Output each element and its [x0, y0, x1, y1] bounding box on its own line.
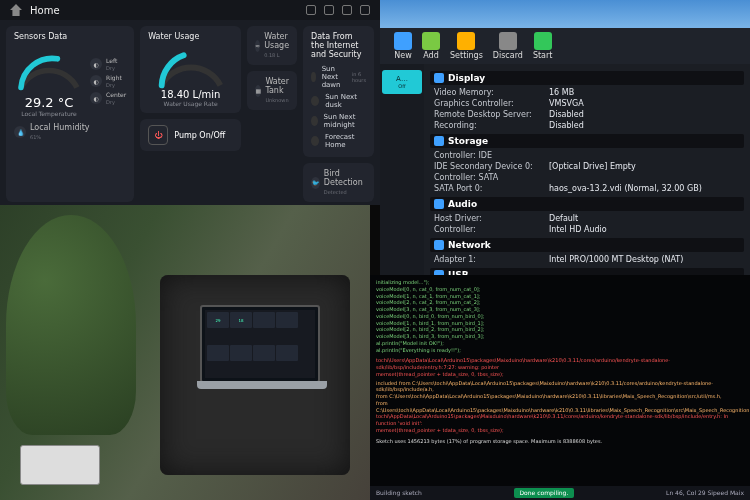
warning-line: memset(thread_pointer + tdata_size, 0, t…	[376, 371, 744, 378]
settings-icon	[457, 32, 475, 50]
sketch-size-line: Sketch uses 1456213 bytes (17%) of progr…	[376, 438, 744, 445]
include-line: from C:\Users\tochi\AppData\Local\Arduin…	[376, 400, 744, 414]
arduino-terminal[interactable]: initializing model..."); voiceModel[0, n…	[370, 275, 750, 500]
detail-row: Video Memory:16 MB	[430, 87, 744, 98]
code-line: voiceModel[1, n, cat_1, from_num_cat_1];	[376, 293, 744, 300]
detail-row: SATA Port 0:haos_ova-13.2.vdi (Normal, 3…	[430, 183, 744, 194]
section-audio[interactable]: Audio	[430, 197, 744, 211]
water-gauge	[151, 45, 231, 89]
code-line: voiceModel[0, n, bird_0, from_num_bird_0…	[376, 313, 744, 320]
temperature-label: Local Temperature	[14, 110, 84, 117]
list-item[interactable]: ◐CenterDry	[90, 91, 126, 105]
forecast-row[interactable]: Forecast Home	[311, 131, 366, 151]
toolbar: New Add Settings Discard Start	[380, 28, 750, 64]
humidity-row[interactable]: 💧Local Humidity61%	[14, 123, 126, 141]
vm-item-selected[interactable]: A…Off	[382, 70, 422, 94]
preview-area	[380, 0, 750, 28]
sensor-device	[20, 445, 100, 485]
sun-icon	[311, 96, 319, 106]
code-line: voiceModel[3, n, bird_3, from_num_bird_3…	[376, 333, 744, 340]
code-line: voiceModel[2, n, cat_2, from_num_cat_2];	[376, 299, 744, 306]
virtualbox-window: New Add Settings Discard Start A…Off Dis…	[380, 0, 750, 275]
laptop: 2918	[200, 305, 320, 383]
water-rate-value: 18.40 L/min	[148, 89, 233, 100]
storage-icon	[434, 136, 444, 146]
card-title: Data From the Internet and Security	[311, 32, 366, 59]
internet-card: Data From the Internet and Security Sun …	[303, 26, 374, 157]
code-line: al.println("Model init OK!");	[376, 340, 744, 347]
sun-row[interactable]: Sun Next dawnin 6 hours	[311, 63, 366, 91]
detail-row: Graphics Controller:VMSVGA	[430, 98, 744, 109]
hardware-photo: 2918	[0, 205, 370, 500]
plant	[6, 215, 136, 435]
list-item[interactable]: ◐LeftDry	[90, 57, 126, 71]
cursor-position: Ln 46, Col 29 Sipeed Maix	[666, 489, 744, 497]
detail-row: Remote Desktop Server:Disabled	[430, 109, 744, 120]
new-button[interactable]: New	[394, 32, 412, 60]
start-icon	[534, 32, 552, 50]
detail-row: Controller: SATA	[430, 172, 744, 183]
water-card: Water Usage 18.40 L/min Water Usage Rate	[140, 26, 241, 113]
pump-icon: ⏻	[148, 125, 168, 145]
section-storage[interactable]: Storage	[430, 134, 744, 148]
home-icon[interactable]	[10, 4, 22, 16]
code-line: al.println("Everything is ready!!");	[376, 347, 744, 354]
edit-icon[interactable]	[342, 5, 352, 15]
bird-detection-tile[interactable]: 🐦Bird DetectionDetected	[303, 163, 374, 202]
detail-row: Adapter 1:Intel PRO/1000 MT Desktop (NAT…	[430, 254, 744, 265]
discard-icon	[499, 32, 517, 50]
sensors-card: Sensors Data 29.2 °C Local Temperature ◐…	[6, 26, 134, 202]
bird-icon: 🐦	[311, 177, 320, 189]
sun-icon	[311, 72, 316, 82]
water-rate-label: Water Usage Rate	[148, 100, 233, 107]
temperature-gauge	[14, 45, 84, 95]
detail-row: Controller: IDE	[430, 150, 744, 161]
include-line: included from C:\Users\tochi\AppData\Loc…	[376, 380, 744, 394]
code-line: voiceModel[1, n, bird_1, from_num_bird_1…	[376, 320, 744, 327]
search-icon[interactable]	[306, 5, 316, 15]
card-title: Sensors Data	[14, 32, 126, 41]
code-line: initializing model...");	[376, 279, 744, 286]
add-button[interactable]: Add	[422, 32, 440, 60]
code-line: voiceModel[0, n, cat_0, from_num_cat_0];	[376, 286, 744, 293]
code-line: voiceModel[2, n, bird_2, from_num_bird_2…	[376, 326, 744, 333]
warning-line: tochi\Users\AppData\Local\Arduino15\pack…	[376, 357, 744, 371]
pump-toggle[interactable]: ⏻ Pump On/Off	[140, 119, 241, 151]
sun-row[interactable]: Sun Next midnight	[311, 111, 366, 131]
card-title: Water Usage	[148, 32, 233, 41]
water-tank-tile[interactable]: ▦Water TankUnknown	[247, 71, 297, 110]
sun-row[interactable]: Sun Next dusk	[311, 91, 366, 111]
page-title: Home	[30, 5, 60, 16]
build-status: Building sketch	[376, 489, 422, 497]
vm-details: Display Video Memory:16 MB Graphics Cont…	[424, 64, 750, 288]
section-network[interactable]: Network	[430, 238, 744, 252]
cloud-icon	[311, 136, 319, 146]
list-item[interactable]: ◐RightDry	[90, 74, 126, 88]
water-usage-tile[interactable]: ≈Water Usage0.18 L	[247, 26, 297, 65]
detail-row: Host Driver:Default	[430, 213, 744, 224]
add-icon	[422, 32, 440, 50]
settings-button[interactable]: Settings	[450, 32, 483, 60]
start-button[interactable]: Start	[533, 32, 553, 60]
display-icon	[434, 73, 444, 83]
include-line: from C:\Users\tochi\AppData\Local\Arduin…	[376, 393, 744, 400]
warning-line: memset(thread_pointer + tdata_size, 0, t…	[376, 427, 744, 434]
audio-icon	[434, 199, 444, 209]
status-bar: Building sketch Done compiling. Ln 46, C…	[370, 486, 750, 500]
discard-button[interactable]: Discard	[493, 32, 523, 60]
temperature-value: 29.2 °C	[14, 95, 84, 110]
code-line: voiceModel[3, n, cat_3, from_num_cat_3];	[376, 306, 744, 313]
warning-line: tochi\AppData\Local\Arduino15\packages\M…	[376, 413, 744, 427]
assist-icon[interactable]	[324, 5, 334, 15]
home-dashboard: Home Sensors Data 29.2 °C Local Temperat…	[0, 0, 380, 205]
dashboard-topbar: Home	[0, 0, 380, 20]
vm-list: A…Off	[380, 64, 424, 288]
network-icon	[434, 240, 444, 250]
done-compiling-badge: Done compiling.	[514, 488, 575, 498]
detail-row: Controller:Intel HD Audio	[430, 224, 744, 235]
detail-row: Recording:Disabled	[430, 120, 744, 131]
menu-icon[interactable]	[360, 5, 370, 15]
new-icon	[394, 32, 412, 50]
moon-icon	[311, 116, 318, 126]
section-display[interactable]: Display	[430, 71, 744, 85]
